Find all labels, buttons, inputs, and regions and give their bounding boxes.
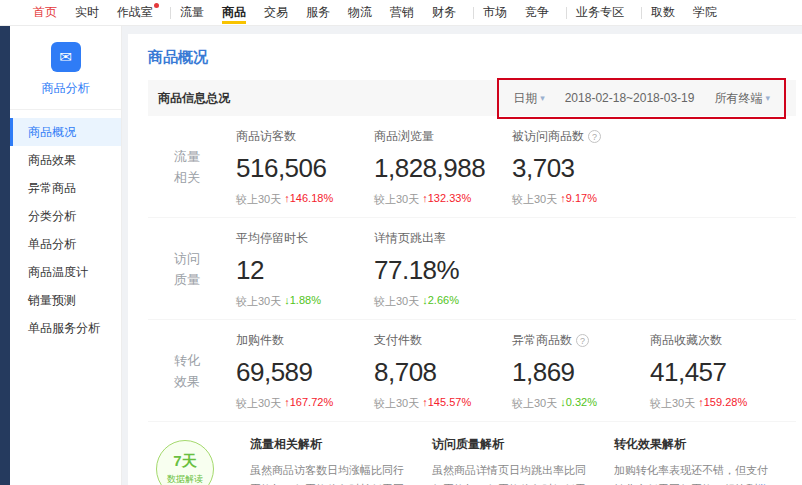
sidebar-item-sales-forecast[interactable]: 销量预测 (10, 286, 121, 314)
metric-label: 平均停留时长 (236, 230, 308, 247)
sidebar-item-single-product-analysis[interactable]: 单品分析 (10, 230, 121, 258)
left-rail (0, 26, 10, 485)
nav-item-data-fetch[interactable]: 取数 (651, 0, 675, 25)
delta-value: ↑167.72% (284, 396, 333, 411)
nav-item-market[interactable]: 市场 (483, 0, 507, 25)
insights-section: 7天 数据解读 流量相关解析 虽然商品访客数日均涨幅比同行平均好，但平均停留时长… (148, 436, 796, 485)
insight-text-segment: 加购转化率表现还不错，但支付转化率低于同行平均，赶快到 (614, 464, 768, 485)
metric-card-abnormal-products: 异常商品数? 1,869 较上30天↓0.32% (512, 332, 648, 411)
metric-value: 1,869 (512, 357, 648, 388)
terminal-filter-label: 所有终端 (714, 90, 762, 107)
badge-caption: 数据解读 (167, 473, 203, 485)
insight-text: 虽然商品访客数日均涨幅比同行平均好，但平均停留时长低于同行平均，请关注商品引流与… (250, 461, 414, 485)
nav-label: 学院 (693, 4, 717, 21)
nav-item-realtime[interactable]: 实时 (75, 0, 99, 25)
metric-card-favorites: 商品收藏次数 41,457 较上30天↑159.28% (650, 332, 786, 411)
metric-label: 商品收藏次数 (650, 332, 722, 349)
metric-label: 支付件数 (374, 332, 422, 349)
group-label-line: 流量 (174, 147, 200, 168)
sidebar-item-category-analysis[interactable]: 分类分析 (10, 202, 121, 230)
help-icon[interactable]: ? (588, 130, 601, 143)
metric-row-conversion: 转化 效果 加购件数 69,589 较上30天↑167.72% 支付件数 8,7… (148, 320, 796, 422)
nav-item-finance[interactable]: 财务 (432, 0, 456, 25)
insight-column-conversion: 转化效果解析 加购转化率表现还不错，但支付转化率低于同行平均，赶快到常青商品里去… (614, 436, 778, 485)
terminal-filter[interactable]: 所有终端 ▾ (714, 90, 770, 107)
date-filter-label: 日期 (513, 90, 537, 107)
nav-item-trade[interactable]: 交易 (264, 0, 288, 25)
sidebar-item-single-product-service[interactable]: 单品服务分析 (10, 314, 121, 342)
metric-value: 516,506 (236, 153, 372, 184)
metric-card-visited-products: 被访问商品数? 3,703 较上30天↑9.17% (512, 128, 648, 207)
sidebar-panel-title: 商品分析 (10, 80, 121, 97)
top-nav: 首页 实时 作战室 流量 商品 交易 服务 物流 营销 财务 市场 竞争 业务专… (0, 0, 802, 26)
sidebar: ✉ 商品分析 商品概况 商品效果 异常商品 分类分析 单品分析 商品温度计 销量… (10, 26, 122, 485)
nav-label: 营销 (390, 4, 414, 21)
metric-value: 77.18% (374, 255, 510, 286)
nav-item-home[interactable]: 首页 (33, 0, 57, 25)
nav-label: 作战室 (117, 4, 153, 21)
app-window: 首页 实时 作战室 流量 商品 交易 服务 物流 营销 财务 市场 竞争 业务专… (0, 0, 802, 485)
nav-label: 取数 (651, 4, 675, 21)
nav-label: 首页 (33, 4, 57, 21)
sidebar-item-product-overview[interactable]: 商品概况 (10, 118, 121, 146)
nav-item-business-zone[interactable]: 业务专区 (576, 0, 624, 25)
new-badge-dot-icon (154, 3, 159, 8)
sidebar-header: ✉ 商品分析 (10, 26, 121, 110)
nav-label: 商品 (222, 4, 246, 21)
nav-item-product[interactable]: 商品 (222, 0, 246, 25)
nav-item-competition[interactable]: 竞争 (525, 0, 549, 25)
nav-item-traffic[interactable]: 流量 (180, 0, 204, 25)
group-label-line: 转化 (174, 351, 200, 372)
nav-label: 交易 (264, 4, 288, 21)
metric-card-bounce-rate: 详情页跳出率 77.18% 较上30天↓2.66% (374, 230, 510, 309)
delta-value: ↓1.88% (284, 294, 321, 309)
compare-label: 较上30天 (512, 192, 557, 207)
sidebar-item-product-effect[interactable]: 商品效果 (10, 146, 121, 174)
metric-value: 41,457 (650, 357, 786, 388)
group-label-line: 效果 (174, 372, 200, 393)
delta-value: ↓2.66% (422, 294, 459, 309)
date-range[interactable]: 2018-02-18~2018-03-19 (565, 91, 695, 105)
delta-value: ↑146.18% (284, 192, 333, 207)
seven-day-badge: 7天 数据解读 (156, 440, 214, 485)
compare-label: 较上30天 (374, 192, 419, 207)
sidebar-menu: 商品概况 商品效果 异常商品 分类分析 单品分析 商品温度计 销量预测 单品服务… (10, 110, 121, 342)
nav-item-logistics[interactable]: 物流 (348, 0, 372, 25)
nav-item-service[interactable]: 服务 (306, 0, 330, 25)
nav-item-war-room[interactable]: 作战室 (117, 0, 153, 25)
compare-label: 较上30天 (374, 396, 419, 411)
metric-value: 3,703 (512, 153, 648, 184)
metric-value: 69,589 (236, 357, 372, 388)
nav-item-academy[interactable]: 学院 (693, 0, 717, 25)
sidebar-item-product-thermometer[interactable]: 商品温度计 (10, 258, 121, 286)
metric-cells: 商品访客数 516,506 较上30天↑146.18% 商品浏览量 1,828,… (226, 128, 796, 207)
help-icon[interactable]: ? (576, 334, 589, 347)
metric-cells: 平均停留时长 12 较上30天↓1.88% 详情页跳出率 77.18% 较上30… (226, 230, 796, 309)
metric-group-label: 转化 效果 (148, 332, 226, 411)
nav-item-marketing[interactable]: 营销 (390, 0, 414, 25)
nav-label: 市场 (483, 4, 507, 21)
nav-label: 财务 (432, 4, 456, 21)
insight-text: 虽然商品详情页日均跳出率比同行平均好，但平均停留时间低于同行平均，请关注详情页内… (432, 461, 596, 485)
metric-label: 详情页跳出率 (374, 230, 446, 247)
sidebar-item-abnormal-products[interactable]: 异常商品 (10, 174, 121, 202)
app-body: ✉ 商品分析 商品概况 商品效果 异常商品 分类分析 单品分析 商品温度计 销量… (0, 26, 802, 485)
main-area: 商品概况 商品信息总况 日期 ▾ 2018-02-18~2018-03-19 所… (122, 26, 802, 485)
metric-label: 商品访客数 (236, 128, 296, 145)
section-title: 商品信息总况 (158, 90, 230, 107)
compare-label: 较上30天 (512, 396, 557, 411)
group-label-line: 质量 (174, 270, 200, 291)
delta-value: ↑159.28% (698, 396, 747, 411)
metric-row-traffic: 流量 相关 商品访客数 516,506 较上30天↑146.18% 商品浏览量 … (148, 116, 796, 218)
date-filter[interactable]: 日期 ▾ (513, 90, 545, 107)
nav-label: 实时 (75, 4, 99, 21)
compare-label: 较上30天 (236, 396, 281, 411)
metric-group-label: 访问 质量 (148, 230, 226, 309)
annotation-highlight: 日期 ▾ 2018-02-18~2018-03-19 所有终端 ▾ (497, 78, 786, 119)
metric-card-add-to-cart: 加购件数 69,589 较上30天↑167.72% (236, 332, 372, 411)
insight-column-quality: 访问质量解析 虽然商品详情页日均跳出率比同行平均好，但平均停留时间低于同行平均，… (432, 436, 596, 485)
metric-label: 商品浏览量 (374, 128, 434, 145)
metric-card-paid-items: 支付件数 8,708 较上30天↑145.57% (374, 332, 510, 411)
chevron-down-icon: ▾ (765, 93, 770, 103)
group-label-line: 相关 (174, 168, 200, 189)
